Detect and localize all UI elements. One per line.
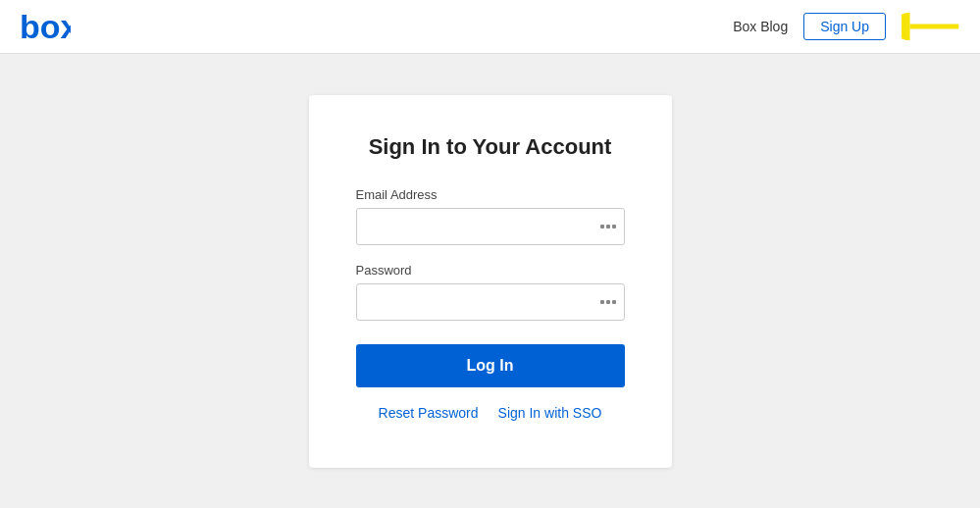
- email-autofill-icon: [599, 220, 617, 233]
- header: box Box Blog Sign Up: [0, 0, 980, 54]
- bottom-links: Reset Password Sign In with SSO: [356, 405, 625, 421]
- password-input-wrapper: [356, 283, 625, 321]
- main-content: Sign In to Your Account Email Address Pa…: [0, 54, 980, 508]
- logo: box: [20, 9, 71, 44]
- password-label: Password: [356, 263, 625, 278]
- box-logo-icon: box: [20, 9, 71, 44]
- box-blog-link[interactable]: Box Blog: [733, 19, 788, 34]
- svg-text:box: box: [20, 9, 71, 44]
- arrow-indicator-icon: [902, 13, 960, 40]
- login-title: Sign In to Your Account: [356, 134, 625, 160]
- sso-login-link[interactable]: Sign In with SSO: [498, 405, 602, 421]
- login-card: Sign In to Your Account Email Address Pa…: [309, 95, 672, 468]
- password-input[interactable]: [356, 283, 625, 321]
- reset-password-link[interactable]: Reset Password: [379, 405, 479, 421]
- email-label: Email Address: [356, 187, 625, 202]
- sign-up-button[interactable]: Sign Up: [803, 13, 886, 40]
- password-form-group: Password: [356, 263, 625, 321]
- login-button[interactable]: Log In: [356, 344, 625, 387]
- email-input-wrapper: [356, 208, 625, 245]
- email-form-group: Email Address: [356, 187, 625, 245]
- email-input[interactable]: [356, 208, 625, 245]
- password-autofill-icon: [599, 295, 617, 309]
- header-right: Box Blog Sign Up: [733, 13, 960, 40]
